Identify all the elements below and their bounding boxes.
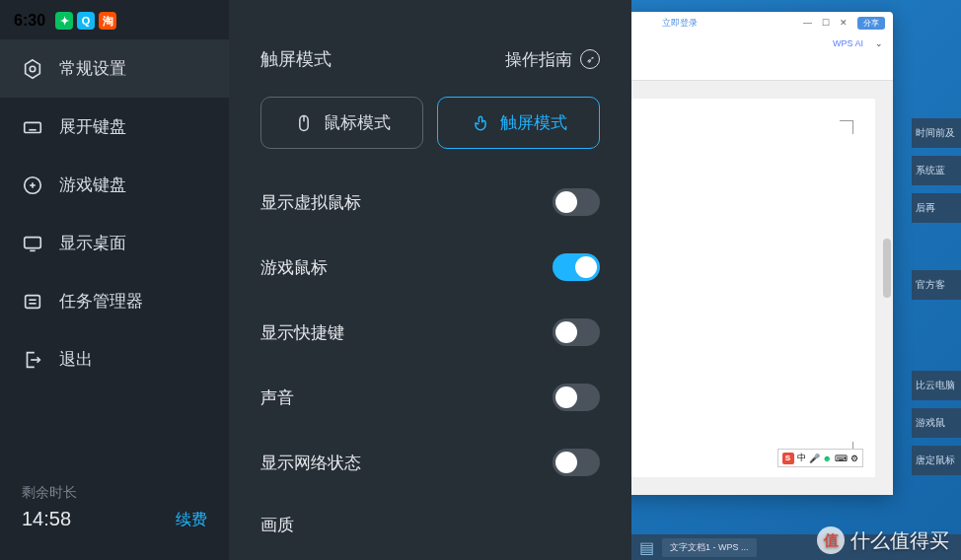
sogou-icon: S bbox=[782, 453, 794, 464]
toggle-virtual-mouse[interactable] bbox=[553, 188, 600, 216]
taskbar-item[interactable]: 文字文档1 - WPS ... bbox=[662, 538, 757, 557]
taobao-icon: 淘 bbox=[99, 12, 116, 30]
toggle-sound[interactable] bbox=[553, 384, 600, 411]
sidebar-item-label: 任务管理器 bbox=[59, 290, 143, 313]
ime-toolbar[interactable]: S 中 🎤 ☻ ⌨ ⚙ bbox=[777, 449, 863, 467]
exit-icon bbox=[22, 349, 43, 371]
wps-caret-icon[interactable]: ⌄ bbox=[875, 38, 883, 48]
watermark-text: 什么值得买 bbox=[850, 527, 949, 554]
clock: 6:30 bbox=[14, 12, 45, 30]
touch-mode-button[interactable]: 触屏模式 bbox=[437, 97, 600, 149]
sidebar-item-keyboard[interactable]: 展开键盘 bbox=[0, 98, 229, 156]
setting-label: 游戏鼠标 bbox=[260, 256, 328, 279]
wps-share-button[interactable]: 分享 bbox=[857, 17, 885, 30]
svg-marker-0 bbox=[26, 59, 40, 77]
ime-kbd-icon[interactable]: ⌨ bbox=[835, 454, 848, 463]
ime-mic-icon[interactable]: 🎤 bbox=[809, 454, 820, 463]
keyboard-icon bbox=[22, 116, 43, 138]
taskbar-app-icon[interactable]: ▤ bbox=[639, 538, 654, 557]
wps-max-icon[interactable]: ☐ bbox=[822, 18, 830, 28]
svg-rect-10 bbox=[25, 237, 41, 247]
setting-virtual-mouse: 显示虚拟鼠标 bbox=[260, 178, 600, 226]
setting-sound: 声音 bbox=[260, 374, 600, 421]
sidebar-item-label: 游戏键盘 bbox=[59, 174, 126, 196]
sidebar-item-taskmgr[interactable]: 任务管理器 bbox=[0, 272, 229, 330]
touch-mode-label: 触屏模式 bbox=[500, 111, 567, 134]
renew-button[interactable]: 续费 bbox=[176, 510, 207, 530]
sidebar-item-exit[interactable]: 退出 bbox=[0, 330, 229, 388]
setting-shortcuts: 显示快捷键 bbox=[260, 309, 600, 356]
mouse-mode-button[interactable]: 鼠标模式 bbox=[260, 97, 423, 149]
crop-mark-icon bbox=[840, 120, 853, 134]
tile[interactable]: 系统蓝 bbox=[912, 156, 961, 185]
sidebar-item-label: 显示桌面 bbox=[59, 232, 126, 254]
setting-label: 显示网络状态 bbox=[260, 452, 361, 474]
smzdm-logo-icon: 值 bbox=[817, 526, 845, 554]
tile[interactable]: 后再 bbox=[912, 193, 961, 223]
svg-point-1 bbox=[30, 66, 36, 72]
tile[interactable]: 比云电脑 bbox=[912, 371, 961, 400]
watermark: 值 什么值得买 bbox=[817, 526, 949, 554]
setting-game-mouse: 游戏鼠标 bbox=[260, 244, 600, 291]
sidebar-item-desktop[interactable]: 显示桌面 bbox=[0, 214, 229, 272]
tile[interactable]: 游戏鼠 bbox=[912, 408, 961, 438]
ime-lang[interactable]: 中 bbox=[797, 452, 806, 464]
section-title: 触屏模式 bbox=[260, 47, 332, 71]
monitor-icon bbox=[22, 233, 43, 254]
ime-face-icon[interactable]: ☻ bbox=[823, 454, 832, 463]
touch-icon bbox=[471, 113, 490, 133]
toggle-shortcuts[interactable] bbox=[553, 318, 600, 346]
remaining-time: 14:58 bbox=[22, 508, 77, 530]
wps-min-icon[interactable]: — bbox=[803, 18, 812, 28]
sidebar-item-label: 退出 bbox=[59, 348, 93, 371]
q-icon: Q bbox=[77, 12, 95, 30]
guide-label: 操作指南 bbox=[505, 48, 572, 71]
setting-label: 显示虚拟鼠标 bbox=[260, 191, 361, 214]
setting-label: 显示快捷键 bbox=[260, 321, 344, 344]
gamepad-icon bbox=[22, 175, 43, 196]
list-icon bbox=[22, 291, 43, 313]
setting-label: 画质 bbox=[260, 514, 294, 536]
ime-gear-icon[interactable]: ⚙ bbox=[850, 454, 858, 463]
settings-overlay: 6:30 ✦ Q 淘 常规设置 展开键盘 游戏键盘 bbox=[0, 0, 631, 560]
svg-rect-2 bbox=[25, 122, 41, 132]
toggle-game-mouse[interactable] bbox=[553, 253, 600, 281]
gear-hex-icon bbox=[22, 58, 43, 80]
mouse-mode-label: 鼠标模式 bbox=[324, 111, 391, 134]
arrow-circle-icon: ➶ bbox=[580, 49, 600, 69]
sidebar-item-general[interactable]: 常规设置 bbox=[0, 39, 229, 98]
sidebar-item-gamekbd[interactable]: 游戏键盘 bbox=[0, 156, 229, 214]
setting-quality[interactable]: 画质 bbox=[260, 504, 600, 546]
mouse-icon bbox=[294, 113, 314, 133]
desktop-tiles: 时间前及 系统蓝 后再 官方客 比云电脑 游戏鼠 唐定鼠标 bbox=[912, 118, 961, 475]
wps-scrollbar[interactable] bbox=[883, 239, 891, 298]
wps-login-link[interactable]: 立即登录 bbox=[662, 17, 698, 30]
sidebar-footer: 剩余时长 14:58 续费 bbox=[0, 464, 229, 560]
wps-ai-link[interactable]: WPS AI bbox=[833, 38, 863, 48]
svg-rect-12 bbox=[26, 295, 40, 308]
tile[interactable]: 官方客 bbox=[912, 270, 961, 300]
setting-network: 显示网络状态 bbox=[260, 439, 600, 486]
sidebar-item-label: 展开键盘 bbox=[59, 115, 126, 138]
wps-close-icon[interactable]: ✕ bbox=[840, 18, 848, 28]
setting-label: 声音 bbox=[260, 386, 294, 409]
tile[interactable]: 唐定鼠标 bbox=[912, 446, 961, 475]
remaining-label: 剩余时长 bbox=[22, 484, 77, 502]
sidebar-item-label: 常规设置 bbox=[59, 57, 126, 80]
status-bar: 6:30 ✦ Q 淘 bbox=[0, 8, 229, 39]
tile[interactable]: 时间前及 bbox=[912, 118, 961, 148]
wechat-icon: ✦ bbox=[55, 12, 73, 30]
sidebar: 6:30 ✦ Q 淘 常规设置 展开键盘 游戏键盘 bbox=[0, 0, 229, 560]
toggle-network[interactable] bbox=[553, 449, 600, 476]
guide-link[interactable]: 操作指南 ➶ bbox=[505, 48, 600, 71]
settings-content: 触屏模式 操作指南 ➶ 鼠标模式 触屏模式 显示虚拟鼠标 bbox=[229, 0, 631, 560]
